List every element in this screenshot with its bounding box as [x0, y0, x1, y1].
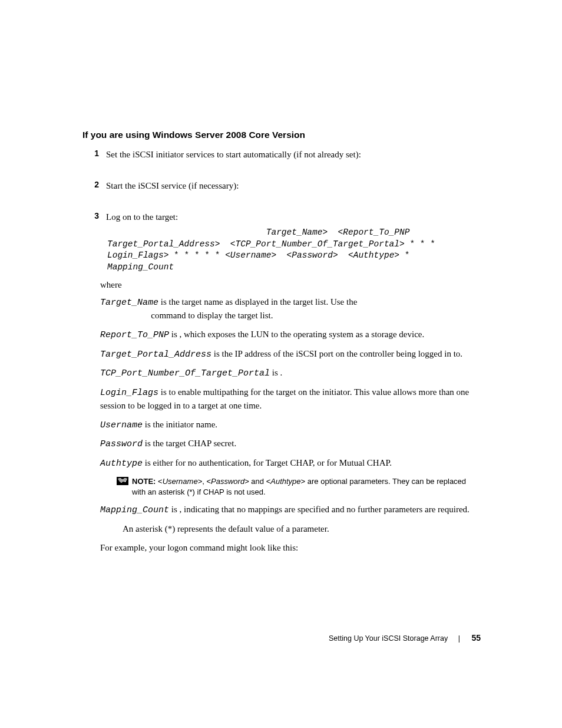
param-authtype: Authtype is either for no authentication… — [100, 457, 485, 470]
page-content: If you are using Windows Server 2008 Cor… — [0, 0, 562, 554]
note-block: NOTE: <Username>, <Password> and <Authty… — [117, 476, 480, 498]
param-password: Password is the target CHAP secret. — [100, 437, 485, 451]
note-icon — [117, 477, 128, 485]
where-label: where — [100, 280, 485, 290]
param-var: Target_Portal_Address — [100, 350, 211, 360]
footer-title: Setting Up Your iSCSI Storage Array — [329, 634, 448, 643]
step-text: Set the iSCSI initiator services to star… — [106, 149, 485, 161]
step-1: 1 Set the iSCSI initiator services to st… — [82, 149, 485, 161]
step-number: 1 — [82, 149, 106, 161]
param-target-name: Target_Name is the target name as displa… — [100, 296, 485, 322]
param-var: Password — [100, 439, 143, 449]
param-var: Report_To_PNP — [100, 330, 169, 340]
param-var: Target_Name — [100, 298, 158, 308]
step-3: 3 Log on to the target: — [82, 211, 485, 223]
page-number: 55 — [471, 633, 481, 643]
param-var: TCP_Port_Number_Of_Target_Portal — [100, 368, 270, 378]
step-number: 3 — [82, 211, 106, 223]
command-syntax: Target_Name> <Report_To_PNP Target_Porta… — [107, 227, 485, 273]
param-var: Login_Flags — [100, 388, 158, 398]
param-var: Mapping_Count — [100, 505, 169, 515]
page-footer: Setting Up Your iSCSI Storage Array | 55 — [329, 633, 481, 643]
param-var: Authtype — [100, 459, 143, 469]
step-2: 2 Start the iSCSI service (if necessary)… — [82, 180, 485, 192]
step-number: 2 — [82, 180, 106, 192]
param-username: Username is the initiator name. — [100, 419, 485, 432]
param-var: Username — [100, 420, 143, 430]
param-mapping-count: Mapping_Count is , indicating that no ma… — [100, 503, 485, 517]
example-intro: For example, your logon command might lo… — [100, 542, 485, 555]
step-text: Log on to the target: — [106, 211, 485, 223]
step-text: Start the iSCSI service (if necessary): — [106, 180, 485, 192]
asterisk-note: An asterisk (*) represents the default v… — [123, 523, 485, 536]
param-report-to-pnp: Report_To_PNP is , which exposes the LUN… — [100, 328, 485, 342]
note-text: NOTE: <Username>, <Password> and <Authty… — [132, 476, 480, 498]
param-target-portal-address: Target_Portal_Address is the IP address … — [100, 348, 485, 361]
section-heading: If you are using Windows Server 2008 Cor… — [82, 130, 485, 140]
footer-separator: | — [458, 634, 460, 643]
param-login-flags: Login_Flags is to enable multipathing fo… — [100, 386, 485, 413]
param-tcp-port: TCP_Port_Number_Of_Target_Portal is . — [100, 367, 485, 380]
